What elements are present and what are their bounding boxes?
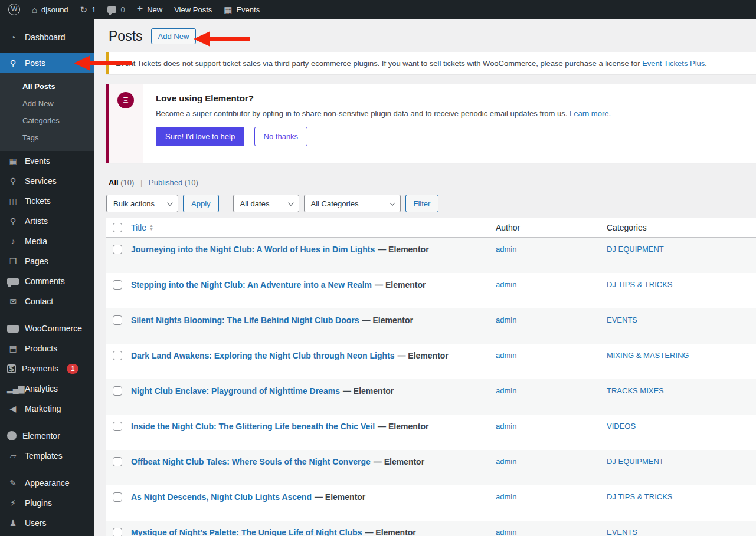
sidebar-item-events[interactable]: ▦Events bbox=[0, 151, 94, 171]
updates-icon: ↻ bbox=[80, 5, 88, 14]
post-author-link[interactable]: admin bbox=[496, 280, 516, 289]
new-label: New bbox=[147, 5, 162, 14]
post-title-link[interactable]: Offbeat Night Club Tales: Where Souls of… bbox=[131, 457, 371, 466]
post-author-link[interactable]: admin bbox=[496, 422, 516, 430]
sidebar-item-tickets[interactable]: ◫Tickets bbox=[0, 191, 94, 211]
post-title-suffix: — Elementor bbox=[375, 280, 426, 290]
bulk-actions-select[interactable]: Bulk actions bbox=[106, 195, 178, 212]
row-checkbox[interactable] bbox=[113, 386, 122, 396]
apply-button[interactable]: Apply bbox=[183, 195, 219, 212]
learn-more-link[interactable]: Learn more. bbox=[570, 109, 611, 118]
view-all-count: (10) bbox=[120, 178, 134, 187]
sidebar-item-woocommerce[interactable]: WWooCommerce bbox=[0, 318, 94, 338]
events-link[interactable]: ▦ Events bbox=[218, 0, 266, 19]
all-dates-select[interactable]: All dates bbox=[233, 195, 299, 212]
post-category-link[interactable]: MIXING & MASTERING bbox=[607, 351, 689, 360]
post-category-link[interactable]: DJ TIPS & TRICKS bbox=[607, 492, 673, 501]
submenu-item-tags[interactable]: Tags bbox=[0, 129, 94, 146]
select-all-checkbox[interactable] bbox=[113, 223, 122, 232]
row-checkbox[interactable] bbox=[113, 422, 122, 431]
updates-link[interactable]: ↻ 1 bbox=[74, 0, 102, 19]
folder-icon: ▱ bbox=[7, 452, 19, 460]
post-title-suffix: — Elementor bbox=[343, 386, 394, 396]
sidebar-item-contact[interactable]: ✉Contact bbox=[0, 291, 94, 311]
view-all-link[interactable]: All bbox=[109, 178, 119, 187]
sidebar-item-label: Users bbox=[25, 518, 47, 528]
pushpin-icon: ⚲ bbox=[7, 177, 19, 185]
sidebar-item-services[interactable]: ⚲Services bbox=[0, 171, 94, 191]
row-checkbox[interactable] bbox=[113, 492, 122, 502]
products-icon: ▤ bbox=[7, 344, 19, 353]
sidebar-item-artists[interactable]: ⚲Artists bbox=[0, 211, 94, 231]
row-checkbox[interactable] bbox=[113, 245, 122, 254]
post-title-link[interactable]: Mystique of Night's Palette: The Unique … bbox=[131, 528, 362, 536]
post-author-link[interactable]: admin bbox=[496, 386, 516, 395]
sidebar-item-products[interactable]: ▤Products bbox=[0, 338, 94, 359]
sidebar-item-payments[interactable]: $Payments1 bbox=[0, 359, 94, 379]
submenu-item-all-posts[interactable]: All Posts bbox=[0, 78, 94, 95]
post-author-link[interactable]: admin bbox=[496, 315, 516, 324]
elementor-icon: Ξ bbox=[7, 431, 17, 440]
sidebar-item-marketing[interactable]: ◀Marketing bbox=[0, 399, 94, 419]
view-posts-link[interactable]: View Posts bbox=[168, 0, 218, 19]
post-author-link[interactable]: admin bbox=[496, 351, 516, 360]
sidebar-item-media[interactable]: ♪Media bbox=[0, 231, 94, 251]
all-categories-select[interactable]: All Categories bbox=[304, 195, 401, 212]
sidebar-item-plugins[interactable]: ⚡Plugins bbox=[0, 493, 94, 513]
new-content-link[interactable]: + New bbox=[131, 0, 169, 19]
post-title-link[interactable]: Dark Land Awakens: Exploring the Night C… bbox=[131, 351, 394, 360]
chevron-down-icon bbox=[287, 200, 293, 206]
elementor-no-thanks-button[interactable]: No thanks bbox=[254, 127, 308, 146]
posts-table: Title ▲▼ Author Categories Journeying in… bbox=[106, 218, 756, 536]
comments-link[interactable]: 0 bbox=[102, 0, 130, 19]
row-checkbox[interactable] bbox=[113, 315, 122, 325]
post-author-link[interactable]: admin bbox=[496, 245, 516, 254]
pushpin-icon: ⚲ bbox=[7, 217, 19, 225]
post-category-link[interactable]: EVENTS bbox=[607, 315, 637, 324]
row-checkbox[interactable] bbox=[113, 528, 122, 536]
post-author-link[interactable]: admin bbox=[496, 528, 516, 536]
sidebar-item-comments[interactable]: Comments bbox=[0, 271, 94, 291]
row-checkbox[interactable] bbox=[113, 280, 122, 290]
sidebar-item-label: Templates bbox=[25, 451, 63, 461]
sidebar-item-users[interactable]: ♟Users bbox=[0, 513, 94, 533]
row-checkbox[interactable] bbox=[113, 457, 122, 466]
post-title-link[interactable]: As Night Descends, Night Club Lights Asc… bbox=[131, 492, 312, 502]
view-published-link[interactable]: Published bbox=[149, 178, 182, 187]
woocommerce-icon: W bbox=[7, 325, 19, 333]
sidebar-item-elementor[interactable]: ΞElementor bbox=[0, 426, 94, 446]
post-category-link[interactable]: EVENTS bbox=[607, 528, 637, 536]
add-new-button[interactable]: Add New bbox=[151, 28, 197, 44]
site-name-link[interactable]: ⌂ djsound bbox=[26, 0, 74, 19]
event-tickets-plus-link[interactable]: Event Tickets Plus bbox=[642, 59, 705, 68]
sidebar-item-appearance[interactable]: ✎Appearance bbox=[0, 473, 94, 493]
post-author-link[interactable]: admin bbox=[496, 457, 516, 466]
megaphone-icon: ◀ bbox=[7, 405, 19, 413]
row-checkbox[interactable] bbox=[113, 351, 122, 360]
post-category-link[interactable]: DJ EQUIPMENT bbox=[607, 245, 664, 254]
post-title-link[interactable]: Journeying into the Night Club: A World … bbox=[131, 245, 375, 254]
post-title-suffix: — Elementor bbox=[362, 315, 413, 325]
post-title-suffix: — Elementor bbox=[365, 528, 415, 536]
post-title-link[interactable]: Night Club Enclave: Playground of Nightt… bbox=[131, 386, 340, 396]
sidebar-item-dashboard[interactable]: ◔Dashboard bbox=[0, 27, 94, 47]
sort-by-title-link[interactable]: Title ▲▼ bbox=[131, 223, 153, 232]
sidebar-item-pages[interactable]: ❐Pages bbox=[0, 251, 94, 271]
submenu-item-add-new[interactable]: Add New bbox=[0, 95, 94, 112]
filter-button[interactable]: Filter bbox=[405, 195, 439, 212]
post-category-link[interactable]: TRACKS MIXES bbox=[607, 386, 664, 395]
elementor-notice-heading: Love using Elementor? bbox=[156, 93, 611, 103]
sidebar-item-analytics[interactable]: ▂▄▆Analytics bbox=[0, 379, 94, 399]
post-title-link[interactable]: Silent Nights Blooming: The Life Behind … bbox=[131, 315, 359, 325]
post-author-link[interactable]: admin bbox=[496, 492, 516, 501]
wordpress-menu[interactable]: W bbox=[2, 0, 26, 19]
sidebar-item-templates[interactable]: ▱Templates bbox=[0, 446, 94, 466]
post-category-link[interactable]: DJ TIPS & TRICKS bbox=[607, 280, 673, 289]
post-title-link[interactable]: Inside the Night Club: The Glittering Li… bbox=[131, 422, 375, 431]
post-category-link[interactable]: VIDEOS bbox=[607, 422, 636, 430]
elementor-optin-button[interactable]: Sure! I'd love to help bbox=[156, 127, 244, 146]
sidebar-item-posts[interactable]: ⚲Posts bbox=[0, 53, 94, 73]
post-title-link[interactable]: Stepping into the Night Club: An Adventu… bbox=[131, 280, 372, 290]
submenu-item-categories[interactable]: Categories bbox=[0, 112, 94, 129]
post-category-link[interactable]: DJ EQUIPMENT bbox=[607, 457, 664, 466]
